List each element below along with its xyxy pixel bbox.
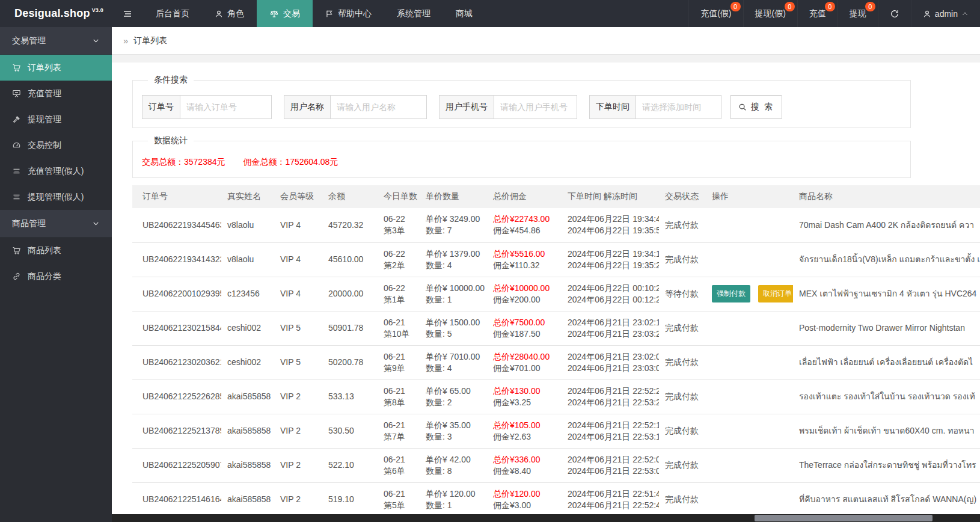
sidebar-item-withdraw-management[interactable]: 提现管理 bbox=[0, 106, 112, 132]
chevron-down-icon bbox=[92, 220, 100, 227]
order-list-panel: 条件搜索 订单号 用户名称 用户手机号 下单时间 bbox=[112, 63, 980, 517]
hamburger-button[interactable] bbox=[112, 0, 143, 27]
nav-item-trade[interactable]: 交易 bbox=[257, 0, 313, 27]
cell-balance: 522.10 bbox=[322, 448, 378, 482]
cell-balance: 50200.78 bbox=[322, 345, 378, 379]
cell-product-name: TheTerrace กล่องใส่กระดาษทิชชู่ พร้อมที่… bbox=[793, 448, 980, 482]
sidebar-item-recharge-management[interactable]: 充值管理 bbox=[0, 81, 112, 106]
cell-actions bbox=[706, 482, 793, 517]
cart-icon bbox=[12, 63, 21, 72]
board-icon bbox=[12, 89, 21, 98]
cell-real-name: akai585858 bbox=[221, 482, 274, 517]
scrollbar-thumb[interactable] bbox=[755, 515, 933, 521]
nav-item-roles[interactable]: 角色 bbox=[202, 0, 257, 27]
cell-price-qty: 单价¥ 42.00 数量: 8 bbox=[420, 448, 487, 482]
cell-total-commission: 总价¥22743.00 佣金¥454.86 bbox=[487, 208, 562, 242]
sidebar-group-trade-management[interactable]: 交易管理 bbox=[0, 27, 112, 55]
trade-total: 交易总额：3572384元 bbox=[142, 157, 225, 167]
sidebar-item-trade-control[interactable]: 交易控制 bbox=[0, 132, 112, 158]
nav-item-withdraw-fake[interactable]: 提现(假) 0 bbox=[743, 0, 797, 27]
user-menu[interactable]: admin bbox=[911, 0, 980, 27]
order-time-label: 下单时间 bbox=[589, 95, 636, 119]
recharge-badge: 0 bbox=[825, 2, 835, 11]
orders-table-body: UB2406221934454633 v8laolu VIP 4 45720.3… bbox=[132, 208, 980, 517]
cell-times: 2024年06月21日 22:52:26 2024年06月21日 22:53:2… bbox=[562, 379, 659, 414]
user-icon bbox=[923, 10, 931, 18]
search-button[interactable]: 搜 索 bbox=[730, 95, 782, 119]
withdraw-badge: 0 bbox=[865, 2, 875, 11]
withdraw-fake-badge: 0 bbox=[785, 2, 795, 11]
cell-today-orders: 06-21 第7单 bbox=[378, 414, 420, 448]
chevron-up-icon bbox=[961, 10, 969, 17]
list-icon bbox=[12, 167, 21, 176]
cell-real-name: ceshi002 bbox=[221, 345, 274, 379]
cell-order-no: UB2406221934454633 bbox=[132, 208, 221, 242]
nav-item-help-center[interactable]: 帮助中心 bbox=[313, 0, 384, 27]
cell-status: 等待付款 bbox=[659, 277, 706, 311]
cell-real-name: v8laolu bbox=[221, 242, 274, 277]
order-no-input[interactable] bbox=[180, 95, 272, 119]
app-logo: Desigual.shop V3.0 bbox=[0, 0, 112, 27]
cell-status: 完成付款 bbox=[659, 242, 706, 277]
table-header-row: 订单号 真实姓名 会员等级 余额 今日单数 单价数量 总价佣金 下单时间 解冻时… bbox=[132, 185, 980, 208]
sidebar-item-order-list[interactable]: 订单列表 bbox=[0, 55, 112, 81]
cancel-order-button[interactable]: 取消订单 bbox=[758, 285, 793, 302]
page-title: 订单列表 bbox=[133, 35, 167, 46]
user-name-input[interactable] bbox=[331, 95, 427, 119]
cell-product-name: Post-modernity Two Drawer Mirror Nightst… bbox=[793, 311, 980, 345]
table-row: UB2406212252262859 akai585858 VIP 2 533.… bbox=[132, 379, 980, 414]
table-row: UB2406221934143236 v8laolu VIP 4 45610.0… bbox=[132, 242, 980, 277]
cell-balance: 530.50 bbox=[322, 414, 378, 448]
breadcrumb: » 订单列表 bbox=[112, 27, 980, 55]
cell-balance: 519.10 bbox=[322, 482, 378, 517]
force-pay-button[interactable]: 强制付款 bbox=[712, 285, 750, 302]
cell-total-commission: 总价¥336.00 佣金¥8.40 bbox=[487, 448, 562, 482]
cell-real-name: akai585858 bbox=[221, 379, 274, 414]
cell-order-no: UB2406212252059070 bbox=[132, 448, 221, 482]
cell-balance: 20000.00 bbox=[322, 277, 378, 311]
cell-order-no: UB2406220010293956 bbox=[132, 277, 221, 311]
user-phone-input[interactable] bbox=[494, 95, 577, 119]
recharge-fake-badge: 0 bbox=[730, 2, 741, 11]
table-row: UB2406212302158445 ceshi002 VIP 5 50901.… bbox=[132, 311, 980, 345]
cell-times: 2024年06月21日 23:02:03 2024年06月21日 23:03:0… bbox=[562, 345, 659, 379]
cell-actions bbox=[706, 242, 793, 277]
cell-status: 完成付款 bbox=[659, 448, 706, 482]
cell-balance: 533.13 bbox=[322, 379, 378, 414]
cell-today-orders: 06-21 第10单 bbox=[378, 311, 420, 345]
cell-status: 完成付款 bbox=[659, 482, 706, 517]
stats-line: 交易总额：3572384元 佣金总额：1752604.08元 bbox=[142, 157, 901, 169]
table-row: UB2406221934454633 v8laolu VIP 4 45720.3… bbox=[132, 208, 980, 242]
cell-vip-level: VIP 5 bbox=[274, 345, 322, 379]
nav-item-system[interactable]: 系统管理 bbox=[384, 0, 443, 27]
flag-icon bbox=[325, 10, 334, 18]
order-time-input[interactable] bbox=[636, 95, 721, 119]
nav-item-recharge-fake[interactable]: 充值(假) 0 bbox=[688, 0, 743, 27]
cart-icon bbox=[12, 246, 21, 255]
cell-product-name: เลื่อยไฟฟ้า เลื่อยยนต์ เครื่องเลื่อยยนต์… bbox=[793, 345, 980, 379]
nav-item-withdraw[interactable]: 提现 0 bbox=[838, 0, 878, 27]
sidebar-item-product-list[interactable]: 商品列表 bbox=[0, 238, 112, 263]
nav-item-home[interactable]: 后台首页 bbox=[143, 0, 202, 27]
sidebar-item-withdraw-management-fake[interactable]: 提现管理(假人) bbox=[0, 184, 112, 210]
app-version: V3.0 bbox=[92, 7, 103, 13]
cell-price-qty: 单价¥ 3249.00 数量: 7 bbox=[420, 208, 487, 242]
link-icon bbox=[12, 272, 21, 281]
sidebar: 交易管理 订单列表 充值管理 提现管理 交易控制 充值管理(假人) 提现管理(假… bbox=[0, 27, 112, 522]
cell-today-orders: 06-22 第2单 bbox=[378, 242, 420, 277]
refresh-button[interactable] bbox=[878, 0, 911, 27]
horizontal-scrollbar[interactable] bbox=[112, 514, 980, 522]
cell-actions: 强制付款 取消订单 bbox=[706, 277, 793, 311]
cell-today-orders: 06-22 第1单 bbox=[378, 277, 420, 311]
nav-item-mall[interactable]: 商城 bbox=[443, 0, 485, 27]
cell-status: 完成付款 bbox=[659, 345, 706, 379]
cell-status: 完成付款 bbox=[659, 414, 706, 448]
header-order-no: 订单号 bbox=[132, 185, 221, 208]
cell-times: 2024年06月22日 19:34:14 2024年06月22日 19:35:2… bbox=[562, 242, 659, 277]
cell-price-qty: 单价¥ 7010.00 数量: 4 bbox=[420, 345, 487, 379]
order-no-filter: 订单号 bbox=[142, 95, 272, 119]
sidebar-item-recharge-management-fake[interactable]: 充值管理(假人) bbox=[0, 158, 112, 184]
sidebar-group-product-management[interactable]: 商品管理 bbox=[0, 210, 112, 238]
nav-item-recharge[interactable]: 充值 0 bbox=[797, 0, 838, 27]
sidebar-item-product-category[interactable]: 商品分类 bbox=[0, 263, 112, 289]
